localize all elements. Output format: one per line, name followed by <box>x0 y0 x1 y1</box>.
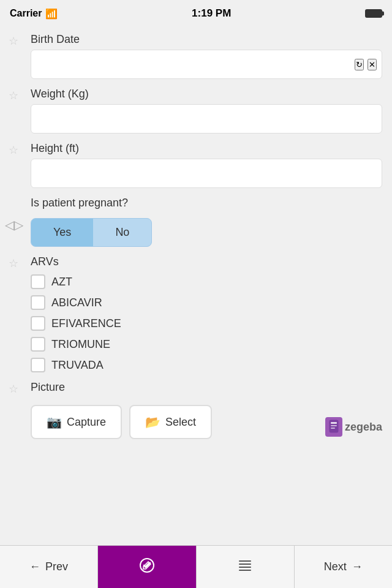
edit-button[interactable] <box>98 546 196 588</box>
svg-rect-6 <box>239 564 251 565</box>
svg-rect-1 <box>331 422 337 424</box>
weight-star-icon: ☆ <box>9 89 18 102</box>
next-button[interactable]: Next → <box>295 546 392 588</box>
arv-truvada-label: TRUVADA <box>51 359 104 372</box>
arv-azt-item: AZT <box>31 274 382 289</box>
arv-azt-label: AZT <box>51 276 72 288</box>
prev-button[interactable]: ← Prev <box>0 546 98 588</box>
picture-section: ☆ Picture 📷 Capture 📂 Select <box>0 381 392 439</box>
speaker-icon: ◁▷ <box>5 217 23 232</box>
weight-label: Weight (Kg) <box>31 88 382 100</box>
picture-buttons-row: 📷 Capture 📂 Select z <box>31 400 382 439</box>
weight-section: ☆ Weight (Kg) <box>0 88 392 134</box>
arv-truvada-checkbox[interactable] <box>31 358 45 372</box>
arvs-section: ☆ ARVs AZT ABICAVIR EFIVARENCE TRIOMUNE … <box>0 255 392 372</box>
arvs-star-icon: ☆ <box>9 257 18 270</box>
svg-rect-5 <box>239 560 251 562</box>
birth-date-star-icon: ☆ <box>9 34 18 48</box>
svg-rect-2 <box>331 425 337 426</box>
capture-button[interactable]: 📷 Capture <box>31 405 122 439</box>
bottom-nav: ← Prev Next → <box>0 545 392 588</box>
picture-star-icon: ☆ <box>9 382 18 396</box>
arv-triomune-checkbox[interactable] <box>31 337 45 352</box>
height-star-icon: ☆ <box>9 143 18 157</box>
status-bar: Carrier 📶 1:19 PM <box>0 0 392 27</box>
zegeba-branding: zegeba <box>325 417 382 439</box>
carrier-label: Carrier 📶 <box>10 8 58 20</box>
pregnant-label: Is patient pregnant? <box>31 197 382 209</box>
arv-efivarence-item: EFIVARENCE <box>31 316 382 331</box>
next-label: Next <box>324 560 347 573</box>
list-icon <box>237 557 253 576</box>
wifi-icon: 📶 <box>45 8 58 20</box>
next-arrow-icon: → <box>352 560 363 573</box>
select-label: Select <box>165 416 196 429</box>
pregnant-no-button[interactable]: No <box>93 219 151 246</box>
form-scroll-area: ☆ Birth Date ↻ ✕ ☆ Weight (Kg) ☆ Height … <box>0 27 392 545</box>
height-label: Height (ft) <box>31 142 382 155</box>
pregnant-toggle: Yes No <box>31 218 152 247</box>
time-display: 1:19 PM <box>192 7 231 20</box>
height-input[interactable] <box>31 159 382 188</box>
camera-icon: 📷 <box>47 415 62 429</box>
carrier-text: Carrier <box>10 8 42 19</box>
arv-abicavir-checkbox[interactable] <box>31 295 45 310</box>
edit-icon <box>139 557 155 576</box>
pregnant-section: ◁▷ Is patient pregnant? Yes No <box>0 197 392 247</box>
arv-abicavir-label: ABICAVIR <box>51 296 102 309</box>
battery-indicator <box>365 9 382 18</box>
arv-triomune-label: TRIOMUNE <box>51 338 110 351</box>
svg-rect-8 <box>239 570 251 571</box>
list-button[interactable] <box>197 546 295 588</box>
folder-icon: 📂 <box>145 415 160 429</box>
battery-icon <box>365 9 382 18</box>
birth-date-field[interactable]: ↻ ✕ <box>31 50 382 79</box>
arv-efivarence-label: EFIVARENCE <box>51 317 121 330</box>
zegeba-icon <box>325 417 342 437</box>
pregnant-yes-button[interactable]: Yes <box>31 219 93 246</box>
capture-label: Capture <box>67 416 106 429</box>
birth-date-label: Birth Date <box>31 33 382 46</box>
arv-efivarence-checkbox[interactable] <box>31 316 45 331</box>
svg-rect-7 <box>239 567 251 568</box>
birth-date-section: ☆ Birth Date ↻ ✕ <box>0 33 392 79</box>
height-section: ☆ Height (ft) <box>0 142 392 188</box>
weight-input[interactable] <box>31 104 382 134</box>
arvs-label: ARVs <box>31 255 382 268</box>
refresh-button[interactable]: ↻ <box>355 59 364 70</box>
picture-label: Picture <box>31 381 382 394</box>
svg-rect-3 <box>331 428 335 429</box>
picture-buttons: 📷 Capture 📂 Select <box>31 405 212 439</box>
select-button[interactable]: 📂 Select <box>129 405 212 439</box>
arv-triomune-item: TRIOMUNE <box>31 337 382 352</box>
arv-abicavir-item: ABICAVIR <box>31 295 382 310</box>
zegeba-name: zegeba <box>345 421 382 434</box>
arv-truvada-item: TRUVADA <box>31 358 382 372</box>
clear-button[interactable]: ✕ <box>368 59 377 70</box>
prev-arrow-icon: ← <box>29 560 40 573</box>
prev-label: Prev <box>45 560 68 573</box>
arv-azt-checkbox[interactable] <box>31 274 45 289</box>
